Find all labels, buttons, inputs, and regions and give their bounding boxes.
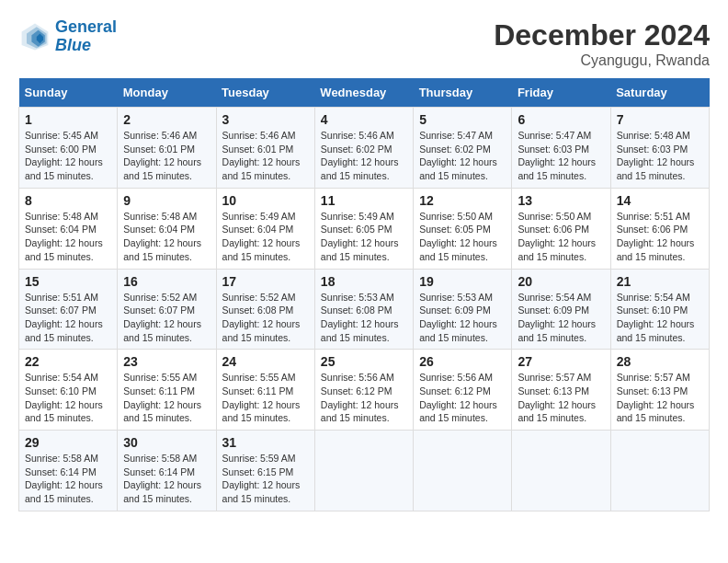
day-info: Sunrise: 5:54 AM Sunset: 6:10 PM Dayligh… xyxy=(25,371,111,425)
day-info: Sunrise: 5:58 AM Sunset: 6:14 PM Dayligh… xyxy=(123,452,210,506)
day-info: Sunrise: 5:53 AM Sunset: 6:08 PM Dayligh… xyxy=(321,291,407,345)
calendar-cell: 6Sunrise: 5:47 AM Sunset: 6:03 PM Daylig… xyxy=(512,108,610,189)
day-info: Sunrise: 5:59 AM Sunset: 6:15 PM Dayligh… xyxy=(222,452,309,506)
calendar-cell: 9Sunrise: 5:48 AM Sunset: 6:04 PM Daylig… xyxy=(118,188,216,269)
calendar-cell: 24Sunrise: 5:55 AM Sunset: 6:11 PM Dayli… xyxy=(216,350,314,431)
day-info: Sunrise: 5:52 AM Sunset: 6:08 PM Dayligh… xyxy=(222,291,309,345)
day-info: Sunrise: 5:52 AM Sunset: 6:07 PM Dayligh… xyxy=(123,291,210,345)
calendar-cell: 13Sunrise: 5:50 AM Sunset: 6:06 PM Dayli… xyxy=(512,188,610,269)
day-number: 28 xyxy=(617,354,703,369)
day-info: Sunrise: 5:56 AM Sunset: 6:12 PM Dayligh… xyxy=(419,371,506,425)
day-number: 25 xyxy=(321,354,407,369)
day-header-friday: Friday xyxy=(512,78,610,108)
calendar-cell: 22Sunrise: 5:54 AM Sunset: 6:10 PM Dayli… xyxy=(19,350,118,431)
day-number: 23 xyxy=(123,354,210,369)
day-info: Sunrise: 5:53 AM Sunset: 6:09 PM Dayligh… xyxy=(419,291,506,345)
day-info: Sunrise: 5:54 AM Sunset: 6:09 PM Dayligh… xyxy=(518,291,604,345)
calendar-cell: 3Sunrise: 5:46 AM Sunset: 6:01 PM Daylig… xyxy=(216,108,314,189)
day-header-saturday: Saturday xyxy=(610,78,709,108)
day-info: Sunrise: 5:54 AM Sunset: 6:10 PM Dayligh… xyxy=(617,291,703,345)
calendar-cell xyxy=(610,431,709,511)
calendar-week-4: 22Sunrise: 5:54 AM Sunset: 6:10 PM Dayli… xyxy=(19,350,710,431)
day-info: Sunrise: 5:51 AM Sunset: 6:06 PM Dayligh… xyxy=(617,210,703,264)
calendar-week-2: 8Sunrise: 5:48 AM Sunset: 6:04 PM Daylig… xyxy=(19,188,710,269)
calendar-cell: 20Sunrise: 5:54 AM Sunset: 6:09 PM Dayli… xyxy=(512,269,610,350)
calendar-cell xyxy=(314,431,413,511)
calendar-cell: 15Sunrise: 5:51 AM Sunset: 6:07 PM Dayli… xyxy=(19,269,118,350)
day-number: 13 xyxy=(518,193,604,208)
day-header-tuesday: Tuesday xyxy=(216,78,314,108)
calendar-cell: 26Sunrise: 5:56 AM Sunset: 6:12 PM Dayli… xyxy=(414,350,512,431)
day-number: 19 xyxy=(419,274,506,289)
day-number: 5 xyxy=(419,112,506,127)
day-info: Sunrise: 5:45 AM Sunset: 6:00 PM Dayligh… xyxy=(25,129,111,183)
calendar-cell: 7Sunrise: 5:48 AM Sunset: 6:03 PM Daylig… xyxy=(610,108,709,189)
day-info: Sunrise: 5:50 AM Sunset: 6:06 PM Dayligh… xyxy=(518,210,604,264)
calendar-cell: 25Sunrise: 5:56 AM Sunset: 6:12 PM Dayli… xyxy=(314,350,413,431)
day-info: Sunrise: 5:57 AM Sunset: 6:13 PM Dayligh… xyxy=(617,371,703,425)
calendar-cell: 10Sunrise: 5:49 AM Sunset: 6:04 PM Dayli… xyxy=(216,188,314,269)
day-info: Sunrise: 5:46 AM Sunset: 6:02 PM Dayligh… xyxy=(321,129,407,183)
location-subtitle: Cyangugu, Rwanda xyxy=(494,52,710,69)
day-number: 7 xyxy=(617,112,703,127)
calendar-cell: 30Sunrise: 5:58 AM Sunset: 6:14 PM Dayli… xyxy=(118,431,216,511)
day-number: 15 xyxy=(25,274,111,289)
calendar-cell: 17Sunrise: 5:52 AM Sunset: 6:08 PM Dayli… xyxy=(216,269,314,350)
calendar-cell: 28Sunrise: 5:57 AM Sunset: 6:13 PM Dayli… xyxy=(610,350,709,431)
calendar-week-1: 1Sunrise: 5:45 AM Sunset: 6:00 PM Daylig… xyxy=(19,108,710,189)
day-number: 14 xyxy=(617,193,703,208)
day-info: Sunrise: 5:47 AM Sunset: 6:02 PM Dayligh… xyxy=(419,129,506,183)
calendar-cell: 4Sunrise: 5:46 AM Sunset: 6:02 PM Daylig… xyxy=(314,108,413,189)
month-title: December 2024 xyxy=(494,18,710,52)
day-number: 17 xyxy=(222,274,309,289)
day-info: Sunrise: 5:49 AM Sunset: 6:05 PM Dayligh… xyxy=(321,210,407,264)
title-block: December 2024 Cyangugu, Rwanda xyxy=(494,18,710,69)
calendar-cell: 12Sunrise: 5:50 AM Sunset: 6:05 PM Dayli… xyxy=(414,188,512,269)
calendar-cell: 21Sunrise: 5:54 AM Sunset: 6:10 PM Dayli… xyxy=(610,269,709,350)
calendar-cell: 8Sunrise: 5:48 AM Sunset: 6:04 PM Daylig… xyxy=(19,188,118,269)
day-number: 16 xyxy=(123,274,210,289)
day-number: 12 xyxy=(419,193,506,208)
day-info: Sunrise: 5:48 AM Sunset: 6:04 PM Dayligh… xyxy=(25,210,111,264)
day-header-sunday: Sunday xyxy=(19,78,118,108)
day-number: 1 xyxy=(25,112,111,127)
calendar-cell: 29Sunrise: 5:58 AM Sunset: 6:14 PM Dayli… xyxy=(19,431,118,511)
calendar-cell: 18Sunrise: 5:53 AM Sunset: 6:08 PM Dayli… xyxy=(314,269,413,350)
calendar-cell xyxy=(512,431,610,511)
day-info: Sunrise: 5:48 AM Sunset: 6:04 PM Dayligh… xyxy=(123,210,210,264)
day-info: Sunrise: 5:56 AM Sunset: 6:12 PM Dayligh… xyxy=(321,371,407,425)
day-info: Sunrise: 5:47 AM Sunset: 6:03 PM Dayligh… xyxy=(518,129,604,183)
day-info: Sunrise: 5:50 AM Sunset: 6:05 PM Dayligh… xyxy=(419,210,506,264)
day-info: Sunrise: 5:46 AM Sunset: 6:01 PM Dayligh… xyxy=(123,129,210,183)
day-info: Sunrise: 5:46 AM Sunset: 6:01 PM Dayligh… xyxy=(222,129,309,183)
day-number: 2 xyxy=(123,112,210,127)
day-number: 20 xyxy=(518,274,604,289)
calendar-cell: 14Sunrise: 5:51 AM Sunset: 6:06 PM Dayli… xyxy=(610,188,709,269)
calendar-cell: 23Sunrise: 5:55 AM Sunset: 6:11 PM Dayli… xyxy=(118,350,216,431)
day-header-thursday: Thursday xyxy=(414,78,512,108)
calendar-week-5: 29Sunrise: 5:58 AM Sunset: 6:14 PM Dayli… xyxy=(19,431,710,511)
logo-icon xyxy=(18,20,51,53)
day-number: 27 xyxy=(518,354,604,369)
day-info: Sunrise: 5:49 AM Sunset: 6:04 PM Dayligh… xyxy=(222,210,309,264)
day-number: 26 xyxy=(419,354,506,369)
calendar-cell: 5Sunrise: 5:47 AM Sunset: 6:02 PM Daylig… xyxy=(414,108,512,189)
day-info: Sunrise: 5:51 AM Sunset: 6:07 PM Dayligh… xyxy=(25,291,111,345)
day-number: 22 xyxy=(25,354,111,369)
day-info: Sunrise: 5:55 AM Sunset: 6:11 PM Dayligh… xyxy=(123,371,210,425)
logo: General Blue xyxy=(18,18,117,55)
calendar-cell: 19Sunrise: 5:53 AM Sunset: 6:09 PM Dayli… xyxy=(414,269,512,350)
day-number: 31 xyxy=(222,435,309,450)
logo-text: General Blue xyxy=(55,18,117,55)
calendar-cell: 16Sunrise: 5:52 AM Sunset: 6:07 PM Dayli… xyxy=(118,269,216,350)
day-number: 6 xyxy=(518,112,604,127)
calendar-table: SundayMondayTuesdayWednesdayThursdayFrid… xyxy=(18,78,710,511)
calendar-cell: 27Sunrise: 5:57 AM Sunset: 6:13 PM Dayli… xyxy=(512,350,610,431)
calendar-cell: 31Sunrise: 5:59 AM Sunset: 6:15 PM Dayli… xyxy=(216,431,314,511)
day-number: 9 xyxy=(123,193,210,208)
day-info: Sunrise: 5:55 AM Sunset: 6:11 PM Dayligh… xyxy=(222,371,309,425)
day-number: 11 xyxy=(321,193,407,208)
day-header-monday: Monday xyxy=(118,78,216,108)
day-number: 21 xyxy=(617,274,703,289)
calendar-cell xyxy=(414,431,512,511)
